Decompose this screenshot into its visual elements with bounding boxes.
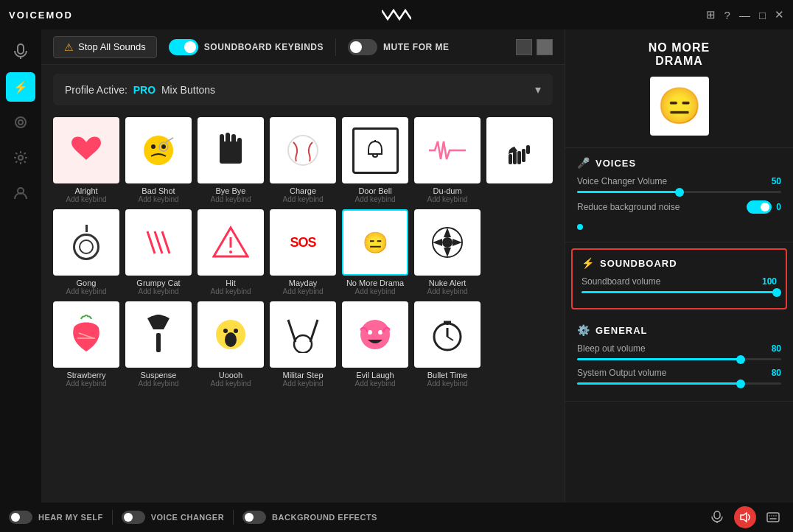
sound-keybind[interactable]: Add keybind [210, 379, 251, 388]
stop-all-sounds-button[interactable]: ⚠ Stop All Sounds [53, 36, 157, 58]
voice-changer-volume-slider[interactable] [577, 191, 781, 193]
sound-keybind[interactable]: Add keybind [66, 195, 106, 203]
sound-item[interactable]: SuspenseAdd keybind [125, 301, 192, 388]
sound-item[interactable]: 😑No More DramaAdd keybind [342, 209, 408, 295]
svg-point-3 [18, 120, 23, 125]
sound-item[interactable]: Bye ByeAdd keybind [198, 117, 264, 203]
svg-point-29 [229, 251, 232, 253]
minimize-icon[interactable]: — [739, 9, 750, 21]
sound-item [486, 209, 553, 295]
svg-point-43 [368, 330, 372, 335]
featured-sound: NO MOREDRAMA 😑 [565, 29, 793, 148]
sound-item[interactable]: GongAdd keybind [53, 209, 119, 295]
sound-item[interactable]: Evil LaughAdd keybind [342, 301, 408, 388]
sound-item[interactable]: ChargeAdd keybind [270, 117, 336, 203]
output-volume-value: 80 [759, 368, 781, 378]
sound-keybind[interactable]: Add keybind [210, 287, 251, 295]
sidebar-item-soundboard[interactable]: ⚡ [6, 72, 35, 102]
sound-name: Evil Laugh [356, 371, 394, 379]
output-volume-slider[interactable] [577, 382, 781, 385]
mute-for-me-toggle[interactable] [348, 39, 377, 55]
sound-item[interactable]: Militar StepAdd keybind [270, 301, 336, 388]
reduce-noise-toggle[interactable] [747, 200, 772, 214]
sound-name: Gong [77, 279, 97, 287]
sidebar-item-settings[interactable] [6, 143, 35, 172]
sound-item[interactable] [486, 117, 553, 203]
soundboard-volume-slider[interactable] [581, 291, 777, 293]
svg-point-36 [223, 329, 228, 333]
voice-changer-volume-row: Voice Changer Volume 50 [577, 176, 781, 186]
sound-keybind[interactable]: Add keybind [210, 195, 251, 203]
soundboard-keybinds-toggle[interactable] [169, 39, 198, 55]
voices-section: 🎤 VOICES Voice Changer Volume 50 Reduce … [565, 148, 793, 242]
keyboard-bottom-icon[interactable] [762, 506, 784, 528]
sound-item[interactable]: SOSMaydayAdd keybind [270, 209, 336, 295]
svg-point-2 [15, 117, 26, 127]
general-section-title: GENERAL [595, 325, 648, 336]
svg-line-47 [447, 337, 453, 340]
mic-bottom-icon[interactable] [706, 506, 728, 528]
svg-rect-19 [517, 151, 521, 164]
sound-keybind[interactable]: Add keybind [354, 287, 395, 295]
soundboard-keybinds-toggle-group: SOUNDBOARD KEYBINDS [169, 39, 324, 55]
sound-item[interactable]: Du-dumAdd keybind [414, 117, 481, 203]
bottom-right-controls [706, 506, 784, 528]
sound-item[interactable]: Nuke AlertAdd keybind [414, 209, 481, 295]
sound-item[interactable]: StrawberryAdd keybind [53, 301, 119, 388]
sound-keybind[interactable]: Add keybind [354, 379, 395, 388]
svg-rect-14 [231, 134, 236, 153]
gear-icon: ⚙️ [577, 324, 590, 336]
sound-keybind[interactable]: Add keybind [138, 287, 178, 295]
sidebar-item-profile[interactable] [6, 178, 35, 208]
grid-small-button[interactable] [516, 39, 532, 55]
sound-item[interactable]: Bad ShotAdd keybind [125, 117, 192, 203]
sound-keybind[interactable]: Add keybind [427, 195, 467, 203]
help-icon[interactable]: ? [724, 9, 730, 21]
sound-item[interactable]: Grumpy CatAdd keybind [125, 209, 192, 295]
bolt-icon: ⚡ [581, 257, 594, 269]
sound-item[interactable]: Door BellAdd keybind [342, 117, 408, 203]
titlebar-logo-center [382, 7, 411, 22]
sound-keybind[interactable]: Add keybind [138, 195, 178, 203]
sound-name: Bad Shot [142, 186, 175, 195]
sound-name: Bye Bye [216, 186, 246, 195]
sound-item[interactable]: AlrightAdd keybind [53, 117, 119, 203]
sound-keybind[interactable]: Add keybind [282, 195, 323, 203]
hear-myself-toggle[interactable] [9, 511, 32, 524]
sound-keybind[interactable]: Add keybind [354, 195, 395, 203]
sound-keybind[interactable]: Add keybind [427, 379, 467, 388]
sound-name: Du-dum [433, 186, 461, 195]
sound-grid: AlrightAdd keybindBad ShotAdd keybindBye… [41, 111, 565, 503]
sound-name: Uoooh [219, 371, 242, 379]
soundboard-volume-row: Soundboard volume 100 [581, 276, 777, 287]
svg-point-38 [225, 332, 237, 347]
sound-keybind[interactable]: Add keybind [282, 379, 323, 388]
maximize-icon[interactable]: □ [759, 9, 766, 21]
sound-item[interactable]: Bullet TimeAdd keybind [414, 301, 481, 388]
close-icon[interactable]: ✕ [775, 8, 784, 21]
sidebar-item-mic[interactable] [6, 37, 35, 66]
sound-keybind[interactable]: Add keybind [282, 287, 323, 295]
soundboard-volume-value: 100 [755, 276, 777, 287]
profile-bar[interactable]: Profile Active: PRO Mix Buttons ▾ [53, 74, 553, 105]
app-body: ⚡ » ⚠ Stop All Sounds SOUNDBOARD KEYBIND… [0, 29, 793, 532]
sound-item[interactable]: HitAdd keybind [198, 209, 264, 295]
svg-rect-12 [220, 134, 224, 153]
svg-point-8 [161, 144, 166, 149]
sidebar-item-effects[interactable] [6, 108, 35, 137]
voice-changer-toggle[interactable] [122, 511, 145, 524]
hear-myself-group: HEAR MY SELF [9, 511, 103, 524]
speaker-bottom-icon[interactable] [734, 506, 756, 528]
sound-name: No More Drama [346, 279, 404, 287]
sound-keybind[interactable]: Add keybind [427, 287, 467, 295]
sound-keybind[interactable]: Add keybind [66, 287, 106, 295]
grid-icon[interactable]: ⊞ [706, 8, 716, 21]
sound-item[interactable]: UooohAdd keybind [198, 301, 264, 388]
background-effects-toggle[interactable] [242, 511, 266, 524]
sound-keybind[interactable]: Add keybind [66, 379, 106, 388]
background-effects-label: BACKGROUND EFFECTS [272, 513, 377, 522]
svg-rect-53 [767, 513, 779, 522]
grid-large-button[interactable] [537, 39, 553, 55]
sound-keybind[interactable]: Add keybind [138, 379, 178, 388]
bleep-volume-slider[interactable] [577, 358, 781, 360]
